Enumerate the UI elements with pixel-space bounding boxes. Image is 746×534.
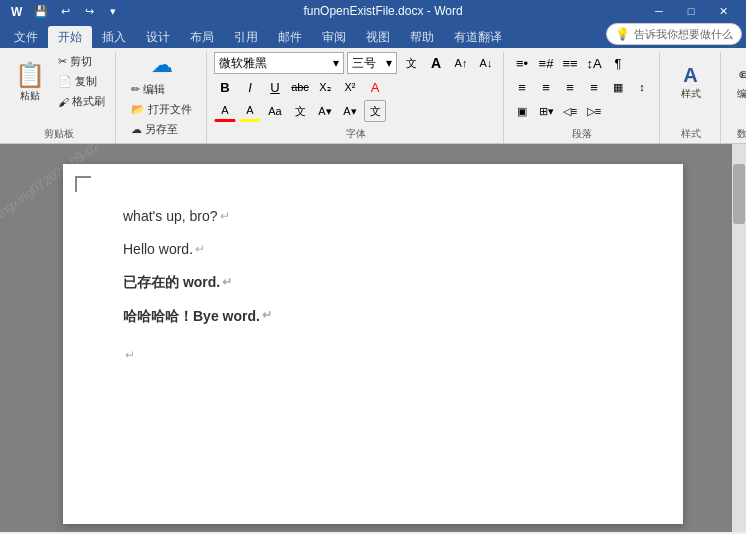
indent-decrease-button[interactable]: ◁≡ xyxy=(559,100,581,122)
font-row3: A A Aa 文 A▾ A▾ 文 xyxy=(214,100,497,122)
show-marks-button[interactable]: ¶ xyxy=(607,52,629,74)
align-left-button[interactable]: ≡ xyxy=(511,76,533,98)
columns-button[interactable]: ▦ xyxy=(607,76,629,98)
format-painter-button[interactable]: 🖌 格式刷 xyxy=(54,92,109,111)
title-bar: W 💾 ↩ ↪ ▾ funOpenExistFile.docx - Word ─… xyxy=(0,0,746,22)
tab-youdao[interactable]: 有道翻译 xyxy=(444,26,512,48)
font-size-wen[interactable]: 文 xyxy=(400,52,422,74)
styles-content: A 样式 xyxy=(669,52,713,125)
font-settings-icon[interactable]: A▾ xyxy=(314,100,336,122)
pilcrow-3: ↵ xyxy=(222,272,232,294)
wen-icon[interactable]: 文 xyxy=(289,100,311,122)
numbering-button[interactable]: ≡# xyxy=(535,52,557,74)
folder-icon: 📂 xyxy=(131,103,145,116)
tab-mail[interactable]: 邮件 xyxy=(268,26,312,48)
tab-insert[interactable]: 插入 xyxy=(92,26,136,48)
editing-button[interactable]: ✏ 编辑 xyxy=(725,52,746,112)
line-text-1: what's up, bro? xyxy=(123,204,218,229)
para-buttons: ≡• ≡# ≡≡ ↕A ¶ ≡ ≡ ≡ ≡ ▦ ↕ ▣ ⊞▾ ◁≡ xyxy=(511,52,653,122)
para-row1: ≡• ≡# ≡≡ ↕A ¶ xyxy=(511,52,653,74)
tab-view[interactable]: 视图 xyxy=(356,26,400,48)
tab-references[interactable]: 引用 xyxy=(224,26,268,48)
tab-file[interactable]: 文件 xyxy=(4,26,48,48)
pilcrow-4: ↵ xyxy=(262,305,272,327)
cut-button[interactable]: ✂ 剪切 xyxy=(54,52,109,71)
undo-icon[interactable]: ↩ xyxy=(56,2,74,20)
ribbon-tabs: 文件 开始 插入 设计 布局 引用 邮件 审阅 视图 帮助 有道翻译 💡 告诉我… xyxy=(0,22,746,48)
increase-size-button[interactable]: A↑ xyxy=(450,52,472,74)
font-name-selector[interactable]: 微软雅黑 ▾ xyxy=(214,52,344,74)
bullets-button[interactable]: ≡• xyxy=(511,52,533,74)
sort-button[interactable]: ↕A xyxy=(583,52,605,74)
clear-format-button[interactable]: A xyxy=(364,76,386,98)
tell-me-search[interactable]: 💡 告诉我你想要做什么 xyxy=(606,23,742,45)
title-bar-left: W 💾 ↩ ↪ ▾ xyxy=(8,2,122,20)
superscript-button[interactable]: X² xyxy=(339,76,361,98)
paste-button[interactable]: 📋 粘贴 xyxy=(8,52,52,112)
ribbon-group-clipboard: 📋 粘贴 ✂ 剪切 📄 复制 🖌 格式刷 剪贴板 xyxy=(2,52,116,143)
paragraph-label: 段落 xyxy=(572,125,592,143)
highlight-button[interactable]: A xyxy=(239,100,261,122)
scrollbar[interactable] xyxy=(732,144,746,532)
decrease-size-button[interactable]: A↓ xyxy=(475,52,497,74)
cloud-area: ☁ ✏ 编辑 📂 打开文件 ☁ 另存至 文件云 xyxy=(123,52,200,159)
scissors-icon: ✂ xyxy=(58,55,67,68)
upload-icon: ☁ xyxy=(131,123,142,136)
save-icon[interactable]: 💾 xyxy=(32,2,50,20)
indent-increase-button[interactable]: ▷≡ xyxy=(583,100,605,122)
tell-me-text: 告诉我你想要做什么 xyxy=(634,27,733,42)
ribbon-group-paragraph: ≡• ≡# ≡≡ ↕A ¶ ≡ ≡ ≡ ≡ ▦ ↕ ▣ ⊞▾ ◁≡ xyxy=(505,52,660,143)
font-size-selector[interactable]: 三号 ▾ xyxy=(347,52,397,74)
maximize-button[interactable]: □ xyxy=(676,0,706,22)
editing-content: ✏ 编辑 xyxy=(725,52,746,125)
font-extra-icon[interactable]: A▾ xyxy=(339,100,361,122)
tab-layout[interactable]: 布局 xyxy=(180,26,224,48)
close-button[interactable]: ✕ xyxy=(708,0,738,22)
copy-button[interactable]: 📄 复制 xyxy=(54,72,109,91)
doc-line-1: what's up, bro? ↵ xyxy=(123,204,623,229)
styles-icon: A xyxy=(683,64,697,87)
align-right-button[interactable]: ≡ xyxy=(559,76,581,98)
save-cloud-button[interactable]: ☁ 另存至 xyxy=(127,120,196,139)
change-case-button[interactable]: Aa xyxy=(264,100,286,122)
tab-review[interactable]: 审阅 xyxy=(312,26,356,48)
subscript-button[interactable]: X₂ xyxy=(314,76,336,98)
tab-home[interactable]: 开始 xyxy=(48,26,92,48)
open-file-button[interactable]: 📂 打开文件 xyxy=(127,100,196,119)
paste-icon: 📋 xyxy=(15,61,45,89)
font-row2: B I U abc X₂ X² A xyxy=(214,76,497,98)
scrollbar-thumb[interactable] xyxy=(733,164,745,224)
underline-button[interactable]: U xyxy=(264,76,286,98)
document-content[interactable]: what's up, bro? ↵ Hello word. ↵ 已存在的 wor… xyxy=(123,204,623,366)
font-color-button[interactable]: A xyxy=(214,100,236,122)
shading-button[interactable]: ▣ xyxy=(511,100,533,122)
doc-line-3: 已存在的 word. ↵ xyxy=(123,270,623,295)
styles-button[interactable]: A 样式 xyxy=(669,52,713,112)
font-wen-btn[interactable]: 文 xyxy=(364,100,386,122)
line-spacing-button[interactable]: ↕ xyxy=(631,76,653,98)
ribbon-group-styles: A 样式 样式 xyxy=(661,52,721,143)
redo-icon[interactable]: ↪ xyxy=(80,2,98,20)
minimize-button[interactable]: ─ xyxy=(644,0,674,22)
line-text-4: 哈哈哈哈！Bye word. xyxy=(123,304,260,329)
dropdown-arrow-icon: ▾ xyxy=(333,56,339,70)
paragraph-content: ≡• ≡# ≡≡ ↕A ¶ ≡ ≡ ≡ ≡ ▦ ↕ ▣ ⊞▾ ◁≡ xyxy=(511,52,653,125)
align-center-button[interactable]: ≡ xyxy=(535,76,557,98)
styles-label: 样式 xyxy=(681,125,701,143)
justify-button[interactable]: ≡ xyxy=(583,76,605,98)
border-button[interactable]: ⊞▾ xyxy=(535,100,557,122)
lightbulb-icon: 💡 xyxy=(615,27,630,41)
edit-button[interactable]: ✏ 编辑 xyxy=(127,80,196,99)
strikethrough-button[interactable]: abc xyxy=(289,76,311,98)
ribbon-content: 📋 粘贴 ✂ 剪切 📄 复制 🖌 格式刷 剪贴板 xyxy=(0,48,746,144)
italic-button[interactable]: I xyxy=(239,76,261,98)
editing-label: 数据 xyxy=(737,125,746,143)
font-size-large[interactable]: A xyxy=(425,52,447,74)
tab-help[interactable]: 帮助 xyxy=(400,26,444,48)
customize-qa-icon[interactable]: ▾ xyxy=(104,2,122,20)
tab-design[interactable]: 设计 xyxy=(136,26,180,48)
multilevel-button[interactable]: ≡≡ xyxy=(559,52,581,74)
bold-button[interactable]: B xyxy=(214,76,236,98)
cloud-icon: ☁ xyxy=(151,52,173,78)
font-area: 微软雅黑 ▾ 三号 ▾ 文 A A↑ A↓ B I U abc xyxy=(214,52,497,122)
